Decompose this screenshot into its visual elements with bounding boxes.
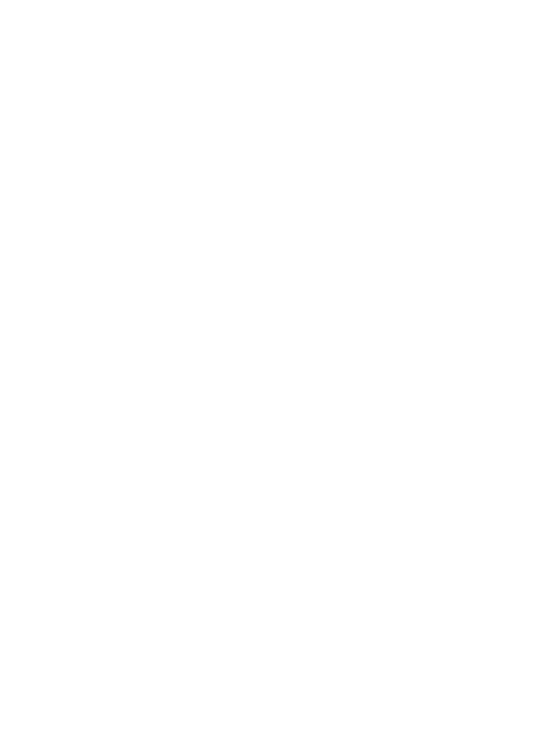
- erd-diagram: [0, 0, 553, 756]
